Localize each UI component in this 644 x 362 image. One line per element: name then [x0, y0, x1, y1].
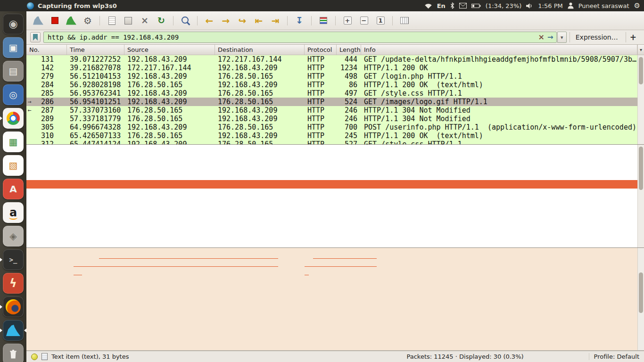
detail-line[interactable]: Accept: image/webp,image/apng,image/*,*/… — [26, 231, 644, 239]
detail-line[interactable]: ▶Ethernet II, Src: IntelCor_26:7a:d7 (34… — [26, 146, 644, 155]
hex-row[interactable]: 00d061 79 20 32 30 31 31 20 31 30 3a 32 … — [33, 325, 644, 333]
keyboard-layout-indicator[interactable]: En — [437, 2, 446, 9]
detail-line[interactable]: If-None-Match: "4dca64a2-1a04"\r\n — [26, 206, 644, 214]
detail-line[interactable]: ▶Transmission Control Protocol, Src Port… — [26, 163, 644, 172]
display-filter-value[interactable]: http && ip.addr == 192.168.43.209 — [48, 33, 537, 41]
session-gear-icon[interactable]: ⚙ — [634, 2, 640, 9]
detail-line[interactable]: If-Modified-Since: Wed, 11 May 2011 10:2… — [26, 214, 644, 222]
hex-row[interactable]: 00600a 48 6f 73 74 3a 20 74 65 73 74 70 … — [33, 267, 644, 275]
column-header-length[interactable]: Length — [337, 45, 361, 55]
detail-line[interactable]: User-Agent: Mozilla/5.0 (X11; Linux x86_… — [26, 222, 644, 231]
column-header-source[interactable]: Source — [124, 45, 215, 55]
bytes-scrollbar[interactable] — [637, 248, 644, 350]
clock[interactable]: 1:56 PM — [538, 2, 562, 9]
scrollbar-thumb[interactable] — [639, 272, 643, 313]
hex-row[interactable]: 00b034 22 0d 0a 49 66 2d 4d 6f 64 69 66 … — [33, 308, 644, 317]
add-filter-button[interactable]: + — [626, 32, 640, 42]
column-header-protocol[interactable]: Protocol — [305, 45, 337, 55]
packet-list-scrollbar[interactable] — [637, 55, 644, 144]
toolbar-button-open-file[interactable] — [105, 14, 119, 28]
packet-row[interactable]: ←287 57.337073160 176.28.50.165 192.168.… — [26, 106, 644, 115]
hex-row[interactable]: 00a068 3a 20 22 34 64 63 61 36 34 61 32 … — [33, 300, 644, 308]
scrollbar-thumb[interactable] — [639, 57, 643, 84]
details-scrollbar[interactable] — [637, 145, 644, 247]
launcher-item-chrome[interactable] — [0, 107, 26, 130]
apply-filter-icon[interactable] — [546, 33, 555, 42]
detail-line[interactable]: ▼Hypertext Transfer Protocol — [26, 172, 644, 180]
packet-row[interactable]: →286 56.954101251 192.168.43.209 176.28.… — [26, 98, 644, 106]
packet-row[interactable]: 310 65.426507133 176.28.50.165 192.168.4… — [26, 132, 644, 140]
launcher-item-archive-manager[interactable]: ▤ — [0, 60, 26, 82]
column-header-no[interactable]: No. — [26, 45, 67, 55]
detail-line[interactable]: Host: testphp.vulnweb.com\r\n — [26, 189, 644, 197]
detail-line[interactable]: ▶Internet Protocol Version 4, Src: 192.1… — [26, 155, 644, 163]
toolbar-button-stop-capture[interactable] — [48, 14, 62, 28]
network-icon[interactable] — [424, 3, 432, 9]
filter-bookmark-icon[interactable] — [30, 32, 41, 42]
session-user-name[interactable]: Puneet saraswat — [578, 2, 629, 9]
scrollbar-thumb[interactable] — [639, 147, 643, 190]
clear-filter-icon[interactable] — [537, 33, 546, 42]
toolbar-button-resize-columns[interactable] — [397, 14, 412, 28]
column-header-info[interactable]: Info — [361, 45, 637, 55]
toolbar-button-go-to-packet[interactable] — [235, 14, 249, 28]
capture-comment-icon[interactable] — [41, 353, 48, 360]
launcher-item-files[interactable]: ▣ — [0, 36, 26, 59]
launcher-item-trash[interactable] — [0, 343, 26, 362]
packet-row[interactable]: 279 56.512104153 192.168.43.209 176.28.5… — [26, 72, 644, 81]
launcher-item-utility-app[interactable]: ϟ — [0, 272, 26, 295]
launcher-item-text-app[interactable]: A — [0, 178, 26, 200]
launcher-item-browser[interactable]: ◎ — [0, 83, 26, 106]
launcher-item-firefox[interactable] — [0, 296, 26, 318]
hex-row[interactable]: 00e020 47 4d 54 0d 0a 55 73 65 72 2d 41 … — [33, 333, 644, 341]
toolbar-button-go-forward[interactable] — [219, 14, 233, 28]
launcher-item-libreoffice-impress[interactable]: ▧ — [0, 154, 26, 177]
launcher-item-terminal[interactable]: >_ — [0, 248, 26, 271]
toolbar-button-go-back[interactable] — [202, 14, 216, 28]
toolbar-button-capture-options[interactable] — [81, 14, 95, 28]
launcher-item-libreoffice-calc[interactable]: ▦ — [0, 131, 26, 153]
toolbar-button-zoom-out[interactable] — [357, 14, 371, 28]
toolbar-button-restart-capture[interactable] — [64, 14, 78, 28]
packet-row[interactable]: 285 56.953762341 192.168.43.209 176.28.5… — [26, 89, 644, 98]
toolbar-button-reload[interactable] — [154, 14, 168, 28]
packet-row[interactable]: 284 56.928028198 176.28.50.165 192.168.4… — [26, 81, 644, 89]
toolbar-button-zoom-original[interactable] — [373, 14, 388, 28]
toolbar-button-zoom-in[interactable] — [340, 14, 355, 28]
packet-row[interactable]: 289 57.337181779 176.28.50.165 192.168.4… — [26, 115, 644, 123]
packet-row[interactable]: 131 39.071227252 192.168.43.209 172.217.… — [26, 55, 644, 64]
battery-status[interactable]: (1:34, 23%) — [486, 2, 522, 9]
detail-line[interactable]: ▶GET /images/logo.gif HTTP/1.1\r\n — [26, 180, 644, 189]
bluetooth-icon[interactable] — [450, 2, 454, 9]
column-header-time[interactable]: Time — [67, 45, 124, 55]
hex-row[interactable]: 0040d7 01 47 45 54 20 2f 69 6d 61 67 65 … — [33, 250, 644, 259]
hex-row[interactable]: 007075 6c 6e 77 65 62 2e 63 6f 6d 0d 0a … — [33, 275, 644, 284]
hex-row[interactable]: 00c053 69 6e 63 65 3a 20 57 65 64 2c 20 … — [33, 316, 644, 325]
hex-row[interactable]: 005067 6f 2e 67 69 66 20 48 54 54 50 2f … — [33, 259, 644, 267]
toolbar-button-close-file[interactable] — [138, 14, 152, 28]
launcher-item-amazon[interactable]: a — [0, 201, 26, 224]
filter-history-dropdown[interactable] — [557, 32, 567, 43]
packet-row[interactable]: 142 39.216827078 172.217.167.144 192.168… — [26, 64, 644, 72]
column-header-destination[interactable]: Destination — [215, 45, 305, 55]
expert-info-icon[interactable] — [31, 354, 38, 360]
mail-icon[interactable] — [459, 3, 467, 8]
volume-icon[interactable] — [526, 3, 533, 9]
toolbar-button-start-capture[interactable] — [31, 14, 45, 28]
launcher-item-wireshark[interactable] — [0, 319, 26, 342]
toolbar-button-save-file[interactable] — [121, 14, 135, 28]
status-profile[interactable]: Profile: Default — [589, 353, 639, 360]
toolbar-button-last-packet[interactable] — [268, 14, 282, 28]
toolbar-button-first-packet[interactable] — [252, 14, 266, 28]
toolbar-button-colorize[interactable] — [316, 14, 330, 28]
hex-row[interactable]: 009076 65 0d 0a 49 66 2d 4e 6f 6e 65 2d … — [33, 292, 644, 300]
display-filter-input[interactable]: http && ip.addr == 192.168.43.209 — [43, 32, 557, 43]
toolbar-button-auto-scroll[interactable] — [292, 14, 306, 28]
packet-row[interactable]: 312 65.447414124 192.168.43.209 176.28.5… — [26, 140, 644, 145]
hex-row[interactable]: 008065 63 74 69 6f 6e 3a 20 6b 65 65 70 … — [33, 283, 644, 292]
battery-icon[interactable] — [471, 3, 481, 8]
toolbar-button-find-packet[interactable] — [178, 14, 192, 28]
column-menu-icon[interactable] — [637, 45, 644, 55]
detail-line[interactable]: Referer: http://testphp.vulnweb.com/logi… — [26, 239, 644, 248]
packet-row[interactable]: 305 64.996674328 192.168.43.209 176.28.5… — [26, 123, 644, 132]
